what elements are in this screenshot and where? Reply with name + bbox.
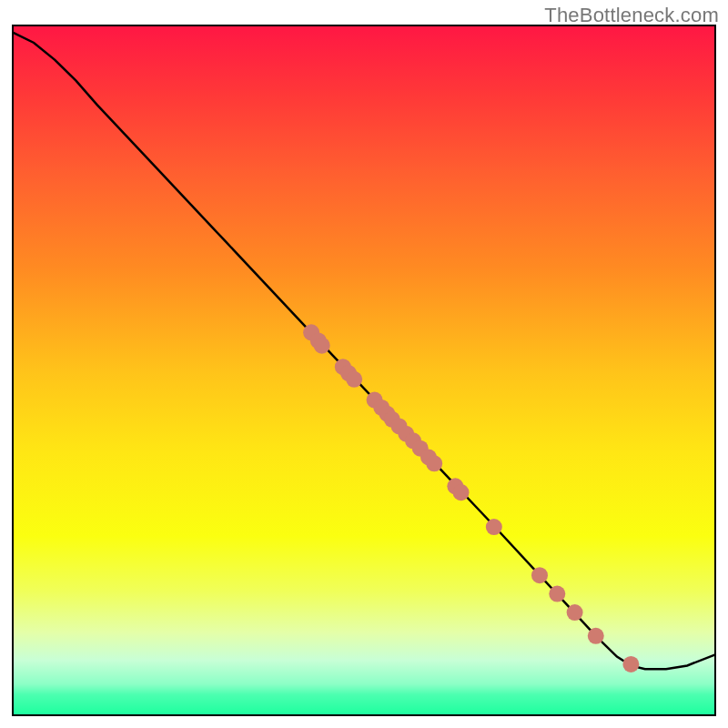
scatter-point — [531, 567, 548, 583]
gradient-background — [13, 25, 715, 715]
scatter-point — [588, 628, 604, 644]
scatter-point — [314, 338, 330, 354]
scatter-point — [346, 371, 362, 388]
watermark-label: TheBottleneck.com — [544, 4, 719, 27]
scatter-point — [426, 455, 442, 471]
bottleneck-curve-chart — [0, 0, 728, 728]
scatter-point — [486, 519, 502, 535]
scatter-point — [549, 586, 565, 602]
chart-container: TheBottleneck.com — [0, 0, 728, 728]
plot-area — [13, 25, 715, 715]
scatter-point — [622, 656, 639, 672]
scatter-point — [453, 484, 470, 500]
scatter-point — [567, 604, 583, 621]
